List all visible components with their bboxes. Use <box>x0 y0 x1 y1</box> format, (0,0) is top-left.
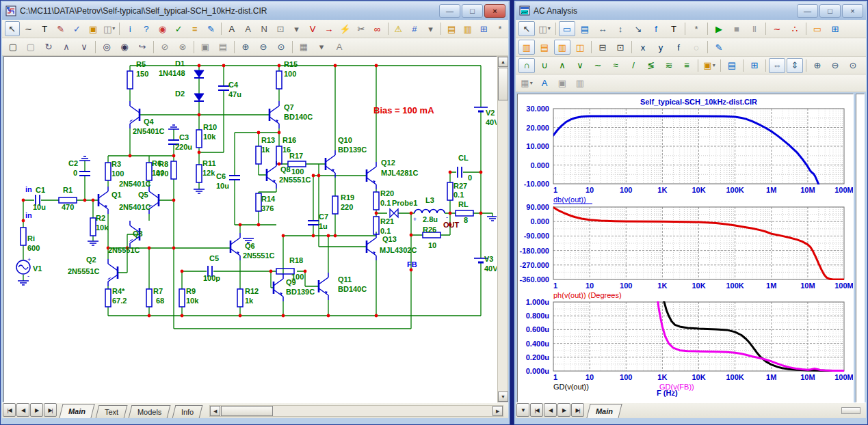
show-node-voltages-icon[interactable]: V <box>305 21 320 36</box>
find-component-icon[interactable]: ◉ <box>155 21 170 36</box>
cursor-valley-icon[interactable]: ∪ <box>536 58 553 73</box>
analysis-plot-canvas[interactable]: 30.00020.00010.0000.000-10.0001101001K10… <box>517 94 854 402</box>
text-mode-icon[interactable]: T <box>666 21 682 36</box>
analysis-titlebar[interactable]: AC Analysis — □ × <box>516 2 866 20</box>
check-tool-icon[interactable]: ✓ <box>70 21 85 36</box>
cursor-peak-icon[interactable]: ∩ <box>518 58 535 73</box>
pause-icon[interactable]: Ⅱ <box>746 21 763 36</box>
graph-pane-icon[interactable]: ▤ <box>577 21 593 36</box>
schematic-nav-button[interactable]: ◀ <box>16 403 29 417</box>
resistor-symbol[interactable] <box>332 196 338 214</box>
warnings-icon[interactable]: ⚠ <box>391 21 406 36</box>
analysis-nav-button[interactable]: ◀ <box>544 403 557 417</box>
select-tool-icon[interactable]: ↖ <box>518 21 535 36</box>
resistor-symbol[interactable] <box>90 218 96 236</box>
stop-icon[interactable]: ■ <box>728 21 745 36</box>
text-mode-icon[interactable]: T <box>37 21 52 36</box>
plot-split-icon[interactable]: ▥ <box>554 40 570 55</box>
resistor-symbol[interactable] <box>21 228 26 245</box>
resistor-symbol[interactable] <box>59 197 77 203</box>
schematic-tab-info[interactable]: Info <box>172 405 202 418</box>
bring-forward-icon[interactable]: ▣ <box>554 76 570 91</box>
properties-icon[interactable]: * <box>492 21 508 36</box>
capacitor-symbol[interactable] <box>458 167 462 178</box>
cursor-low-icon[interactable]: ∨ <box>572 58 588 73</box>
bjt-symbol[interactable] <box>367 162 376 189</box>
line-tool-icon[interactable]: ✎ <box>53 21 68 36</box>
tokens-icon[interactable]: ∴ <box>787 21 803 36</box>
show-pin-numbers-icon[interactable]: N <box>257 21 272 36</box>
scroll-down-button[interactable]: ▼ <box>498 392 508 402</box>
show-conditions-icon[interactable]: ✂ <box>354 21 369 36</box>
analysis-nav-button[interactable]: |◀ <box>530 403 543 417</box>
show-currents-icon[interactable]: → <box>321 21 337 36</box>
resistor-symbol[interactable] <box>105 289 111 307</box>
resistor-symbol[interactable] <box>276 146 282 164</box>
select-region-orange-icon[interactable]: ▭ <box>809 21 826 36</box>
show-attributes-icon[interactable]: A <box>224 21 239 36</box>
resistor-symbol[interactable] <box>276 71 282 89</box>
plot-rows-icon[interactable]: ▤ <box>536 40 553 55</box>
zoom-out-icon[interactable]: ⊖ <box>255 40 272 55</box>
bjt-symbol[interactable] <box>326 150 335 178</box>
select-region-blue-icon[interactable]: ⊞ <box>827 21 843 36</box>
bjt-symbol[interactable] <box>231 233 240 260</box>
fx-mode-icon[interactable]: f <box>648 21 664 36</box>
resistor-symbol[interactable] <box>447 182 453 200</box>
resistor-symbol[interactable] <box>256 146 261 164</box>
bjt-symbol[interactable] <box>130 101 140 128</box>
auto-scale-x-icon[interactable]: ⇔ <box>769 58 785 73</box>
resistor-symbol[interactable] <box>179 289 185 307</box>
cursor-high-icon[interactable]: ∧ <box>554 58 570 73</box>
resistor-symbol[interactable] <box>237 289 243 307</box>
schematic-vscrollbar[interactable]: ▲ ▼ <box>497 56 508 402</box>
paste-group-icon[interactable]: ▤ <box>215 40 231 55</box>
font-tool-icon[interactable]: A <box>536 76 553 91</box>
go-to-icon[interactable]: ↪ <box>134 40 150 55</box>
schematic-titlebar[interactable]: C:\MC11\DATA\Petrov\Self-typical\Self_ty… <box>2 2 508 20</box>
send-back-icon[interactable]: ▥ <box>572 76 588 91</box>
schematic-canvas[interactable]: +-+-R5150D11N4148D2C447uR15100Q7BD140CQ4… <box>3 56 497 402</box>
probe-symbol[interactable] <box>390 209 398 217</box>
border-toggle-icon[interactable]: ⊞ <box>477 21 492 36</box>
close-button[interactable]: × <box>842 4 863 18</box>
scroll-up-button[interactable]: ▲ <box>498 57 508 67</box>
series-label[interactable]: db(v(out)) <box>553 195 586 204</box>
capacitor-symbol[interactable] <box>308 221 319 225</box>
capacitor-symbol[interactable] <box>229 176 240 180</box>
attr-dropdown-icon[interactable]: ▾ <box>289 21 304 36</box>
scroll-right-button[interactable]: ▶ <box>492 406 503 416</box>
edit-table-icon[interactable]: ✎ <box>711 40 727 55</box>
diode-symbol[interactable] <box>194 94 204 100</box>
inductor-symbol[interactable] <box>415 210 445 214</box>
bjt-symbol[interactable] <box>108 259 118 286</box>
page-image-icon[interactable]: ▦ <box>295 40 312 55</box>
cursor-inflection-icon[interactable]: ∼ <box>590 58 606 73</box>
bjt-symbol[interactable] <box>274 274 283 301</box>
plot-columns-icon[interactable]: ◫ <box>572 40 588 55</box>
minimize-button[interactable]: — <box>439 4 460 18</box>
zoom-100-icon[interactable]: ⊙ <box>273 40 289 55</box>
flip-vertical-icon[interactable]: ∧ <box>58 40 75 55</box>
cursor-y-icon[interactable]: y <box>653 40 669 55</box>
schematic-nav-button[interactable]: ▶ <box>30 403 43 417</box>
resistor-symbol[interactable] <box>373 192 379 210</box>
schematic-nav-button[interactable]: ▶| <box>44 403 57 417</box>
wire-mode-icon[interactable]: ∼ <box>21 21 36 36</box>
grid-toggle-icon[interactable]: # <box>407 21 422 36</box>
output-text-icon[interactable]: ▤ <box>724 58 740 73</box>
capacitor-symbol[interactable] <box>218 86 229 90</box>
series-label[interactable]: GD(v(out)) <box>553 383 589 391</box>
show-node-numbers-icon[interactable]: A <box>241 21 256 36</box>
close-circle-icon[interactable]: ⊗ <box>174 40 191 55</box>
resistor-symbol[interactable] <box>256 193 261 211</box>
minimize-button[interactable]: — <box>797 4 818 18</box>
copy-attributes-icon[interactable]: ⊡ <box>273 21 288 36</box>
scale-y-icon[interactable]: ↕ <box>612 21 629 36</box>
zoom-corner-icon[interactable]: ↘ <box>630 21 646 36</box>
copy-group-icon[interactable]: ▣ <box>197 40 213 55</box>
region-gray-icon[interactable]: ▢ <box>23 40 39 55</box>
rotate-icon[interactable]: ↻ <box>40 40 57 55</box>
show-power-icon[interactable]: ⚡ <box>338 21 353 36</box>
run-icon[interactable]: ▶ <box>711 21 727 36</box>
